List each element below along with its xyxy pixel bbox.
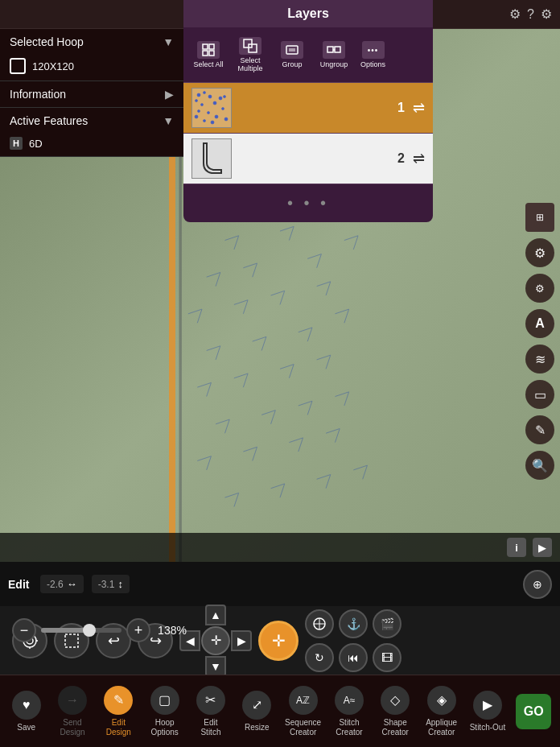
select-all-btn[interactable]: Select All (188, 38, 229, 72)
question-icon[interactable]: ? (527, 7, 534, 22)
svg-line-38 (243, 263, 257, 268)
nav-edit-stitch[interactable]: ✂ EditStitch (188, 686, 233, 737)
hoop-label: Selected Hoop (10, 35, 84, 48)
transform-btn[interactable] (305, 609, 334, 638)
svg-line-62 (234, 374, 248, 378)
dpad-up-btn[interactable]: ▲ (205, 605, 226, 625)
dpad-center-btn[interactable]: ✛ (201, 626, 230, 655)
search-btn[interactable]: 🔍 (525, 451, 554, 480)
svg-point-117 (204, 120, 206, 122)
nav-stitch-out[interactable]: ▶ Stitch-Out (465, 691, 509, 733)
info-button[interactable]: i (507, 538, 526, 557)
nav-send-design[interactable]: → SendDesign (50, 686, 94, 737)
select-all-label: Select All (193, 60, 223, 68)
stitch-out-icon: ▶ (473, 691, 502, 720)
hoop-section: Selected Hoop ▼ 120X120 (0, 29, 183, 81)
filter-btn[interactable]: ⚙ (525, 238, 554, 267)
svg-line-63 (243, 374, 248, 387)
nav-sequence-creator[interactable]: Aℤ SequenceCreator (281, 686, 325, 737)
svg-line-78 (243, 447, 257, 452)
svg-line-75 (344, 392, 349, 406)
rotate-btn[interactable]: ↻ (305, 643, 334, 672)
svg-line-70 (261, 411, 275, 415)
svg-line-57 (307, 328, 312, 341)
resize-icon: ⤢ (242, 691, 271, 720)
feature-value: 6D (29, 138, 43, 150)
group-btn[interactable]: Group (272, 38, 312, 72)
zoom-slider[interactable] (41, 628, 121, 633)
right-toolbar: ⊞ ⚙ ⚙ A ≋ ▭ ✎ 🔍 (520, 29, 560, 486)
svg-line-85 (234, 493, 239, 506)
svg-point-108 (208, 95, 212, 98)
layer-1-menu-icon[interactable]: ⇌ (413, 99, 425, 117)
expand-button[interactable]: ▶ (533, 538, 552, 557)
save-label: Save (17, 723, 35, 733)
nav-applique-creator[interactable]: ◈ AppliqueCreator (419, 686, 463, 737)
active-features-arrow-icon: ▼ (163, 114, 174, 127)
information-item[interactable]: Information ▶ (0, 81, 183, 107)
filter2-btn[interactable]: ⚙ (525, 274, 554, 303)
svg-point-115 (222, 108, 224, 110)
svg-line-55 (261, 336, 266, 350)
options-btn[interactable]: ••• Options (356, 38, 390, 72)
ungroup-btn[interactable]: Ungroup (314, 38, 354, 72)
svg-line-84 (225, 493, 239, 497)
zoom-percent-label: 138% (155, 624, 189, 637)
svg-line-72 (299, 401, 312, 406)
edit-stitch-icon: ✂ (196, 686, 225, 715)
layers-toggle-btn[interactable]: ⊞ (525, 203, 554, 232)
nav-shape-creator[interactable]: ◇ ShapeCreator (373, 686, 418, 737)
layer-item-1[interactable]: 1 ⇌ (183, 83, 433, 134)
active-feature-value-row: H 6D (0, 134, 183, 156)
anchor-btn[interactable]: ⚓ (339, 609, 368, 638)
send-design-label: SendDesign (60, 718, 84, 737)
svg-point-112 (219, 97, 222, 100)
svg-line-68 (216, 419, 229, 424)
go-button[interactable]: GO (516, 694, 551, 729)
nav-resize[interactable]: ⤢ Resize (235, 691, 279, 733)
nav-go[interactable]: GO (512, 694, 556, 729)
svg-line-30 (225, 236, 239, 241)
layer-item-2[interactable]: 2 ⇌ (183, 134, 433, 184)
zoom-minus-btn[interactable]: − (12, 618, 36, 642)
film2-btn[interactable]: 🎞 (373, 643, 401, 672)
nav-stitch-creator[interactable]: A≈ StitchCreator (327, 686, 371, 737)
svg-line-36 (207, 272, 220, 277)
step-back-btn[interactable]: ⏮ (339, 643, 368, 672)
edit-pencil-btn[interactable]: ✎ (525, 415, 554, 444)
wave-btn[interactable]: ≋ (525, 345, 554, 374)
nav-save[interactable]: ♥ Save (4, 691, 48, 733)
hoop-options-icon: ▢ (150, 686, 179, 715)
layer-2-menu-icon[interactable]: ⇌ (413, 150, 425, 167)
select-all-icon (197, 41, 220, 59)
active-features-label: Active Features (10, 114, 88, 127)
dpad-right-btn[interactable]: ▶ (231, 630, 252, 651)
position-btn[interactable]: ⊕ (523, 570, 552, 599)
svg-line-46 (234, 300, 248, 305)
svg-rect-95 (203, 51, 208, 56)
svg-line-90 (353, 465, 367, 470)
nav-edit-design[interactable]: ✎ EditDesign (97, 686, 141, 737)
settings-icon[interactable]: ⚙ (541, 6, 552, 22)
selected-hoop-item[interactable]: Selected Hoop ▼ (0, 29, 183, 55)
svg-line-65 (289, 365, 294, 378)
svg-line-86 (271, 484, 285, 489)
menu-icon[interactable]: ⚙ (509, 6, 521, 22)
film-btn[interactable]: 🎬 (373, 609, 401, 638)
move-btn[interactable]: ✛ (258, 621, 299, 661)
svg-rect-103 (335, 47, 340, 52)
hoop-options-label: HoopOptions (150, 718, 178, 737)
nav-hoop-options[interactable]: ▢ HoopOptions (142, 686, 187, 737)
active-features-item[interactable]: Active Features ▼ (0, 108, 183, 134)
text-btn[interactable]: A (525, 309, 554, 338)
stitch-creator-label: StitchCreator (336, 718, 362, 737)
svg-rect-102 (327, 47, 333, 52)
folder-btn[interactable]: ▭ (525, 380, 554, 409)
select-multiple-btn[interactable]: SelectMultiple (230, 34, 270, 76)
svg-line-33 (289, 226, 294, 240)
dpad-down-btn[interactable]: ▼ (205, 656, 226, 677)
layers-title: Layers (183, 0, 433, 27)
svg-line-88 (317, 475, 331, 480)
zoom-controls: − + 138% (12, 618, 189, 642)
zoom-plus-btn[interactable]: + (126, 618, 150, 642)
